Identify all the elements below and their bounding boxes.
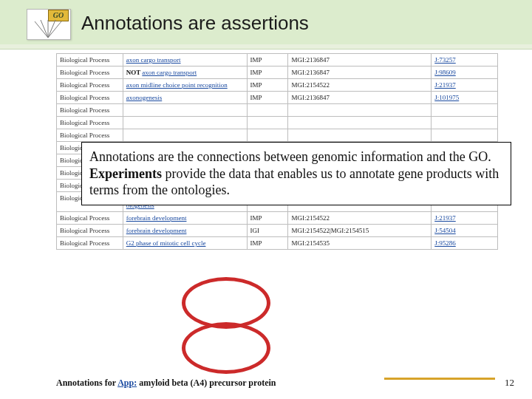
evidence-code-cell: IMP bbox=[247, 54, 288, 66]
term-cell: axonogenesis bbox=[123, 92, 247, 104]
svg-line-1 bbox=[41, 20, 48, 38]
term-cell: axon cargo transport bbox=[123, 54, 247, 66]
evidence-cell: MGI:2154522|MGI:2154515 bbox=[288, 225, 432, 237]
evidence-cell: MGI:2154522 bbox=[288, 212, 432, 225]
caption-prefix: Annotations for bbox=[56, 378, 117, 388]
callout-box: Annotations are the connections between … bbox=[81, 142, 511, 205]
term-link[interactable]: forebrain development bbox=[126, 214, 187, 222]
ref-link[interactable]: J:21937 bbox=[434, 81, 456, 89]
ref-link[interactable]: J:73257 bbox=[434, 56, 456, 64]
ref-cell: J:21937 bbox=[432, 212, 498, 225]
go-logo: GO bbox=[27, 9, 71, 40]
table-row: Biological Processforebrain developmentI… bbox=[57, 212, 498, 225]
term-cell bbox=[123, 117, 247, 129]
evidence-cell: MGI:2136847 bbox=[288, 92, 432, 104]
term-link[interactable]: axonogenesis bbox=[126, 94, 163, 101]
evidence-cell: MGI:2136847 bbox=[288, 66, 432, 79]
table-row: Biological Processforebrain developmentI… bbox=[57, 225, 498, 237]
ref-cell: J:54504 bbox=[432, 225, 498, 237]
highlight-circle bbox=[182, 277, 270, 329]
table-row: Biological ProcessG2 phase of mitotic ce… bbox=[57, 237, 498, 250]
ref-cell bbox=[432, 117, 498, 129]
table-row: Biological Processaxon cargo transportIM… bbox=[57, 54, 498, 66]
category-cell: Biological Process bbox=[57, 66, 123, 79]
category-cell: Biological Process bbox=[57, 92, 123, 104]
term-link[interactable]: G2 phase of mitotic cell cycle bbox=[126, 239, 206, 247]
table-row: Biological Processaxon midline choice po… bbox=[57, 79, 498, 92]
evidence-cell bbox=[288, 129, 432, 142]
evidence-cell: MGI:2136847 bbox=[288, 54, 432, 66]
evidence-code-cell bbox=[247, 104, 288, 117]
ref-cell: J:98609 bbox=[432, 66, 498, 79]
evidence-cell bbox=[288, 117, 432, 129]
evidence-code-cell bbox=[247, 129, 288, 142]
term-cell: axon midline choice point recognition bbox=[123, 79, 247, 92]
footer-accent bbox=[384, 378, 495, 380]
evidence-code-cell bbox=[247, 117, 288, 129]
term-link[interactable]: axon cargo transport bbox=[142, 69, 197, 76]
evidence-cell bbox=[288, 104, 432, 117]
term-cell: NOT axon cargo transport bbox=[123, 66, 247, 79]
category-cell: Biological Process bbox=[57, 104, 123, 117]
caption-rest: amyloid beta (A4) precursor protein bbox=[137, 378, 276, 388]
category-cell: Biological Process bbox=[57, 54, 123, 66]
term-link[interactable]: axon midline choice point recognition bbox=[126, 81, 228, 89]
ref-link[interactable]: J:101975 bbox=[434, 94, 459, 101]
ref-cell bbox=[432, 104, 498, 117]
ref-cell: J:101975 bbox=[432, 92, 498, 104]
term-link[interactable]: forebrain development bbox=[126, 227, 187, 234]
term-cell bbox=[123, 129, 247, 142]
category-cell: Biological Process bbox=[57, 129, 123, 142]
table-row: Biological Process bbox=[57, 117, 498, 129]
highlight-circle bbox=[182, 322, 270, 374]
term-cell: forebrain development bbox=[123, 212, 247, 225]
evidence-code-cell: IMP bbox=[247, 237, 288, 250]
ref-link[interactable]: J:21937 bbox=[434, 214, 456, 222]
term-cell: G2 phase of mitotic cell cycle bbox=[123, 237, 247, 250]
evidence-code-cell: IMP bbox=[247, 212, 288, 225]
callout-text-1: Annotations are the connections between … bbox=[89, 149, 491, 164]
category-cell: Biological Process bbox=[57, 237, 123, 250]
term-cell: forebrain development bbox=[123, 225, 247, 237]
evidence-code-cell: IMP bbox=[247, 92, 288, 104]
ref-cell: J:95286 bbox=[432, 237, 498, 250]
table-row: Biological ProcessaxonogenesisIMPMGI:213… bbox=[57, 92, 498, 104]
ref-cell: J:21937 bbox=[432, 79, 498, 92]
evidence-code-cell: IMP bbox=[247, 79, 288, 92]
caption-link[interactable]: App: bbox=[117, 378, 137, 388]
ref-cell: J:73257 bbox=[432, 54, 498, 66]
callout-bold: Experiments bbox=[89, 166, 162, 181]
page-number: 12 bbox=[505, 377, 514, 389]
category-cell: Biological Process bbox=[57, 79, 123, 92]
evidence-code-cell: IGI bbox=[247, 225, 288, 237]
svg-line-3 bbox=[48, 20, 55, 38]
header-accent bbox=[0, 44, 532, 49]
ref-link[interactable]: J:98609 bbox=[434, 69, 456, 76]
table-row: Biological Process bbox=[57, 104, 498, 117]
ref-cell bbox=[432, 129, 498, 142]
term-link[interactable]: axon cargo transport bbox=[126, 56, 181, 64]
caption: Annotations for App: amyloid beta (A4) p… bbox=[56, 378, 276, 389]
term-cell bbox=[123, 104, 247, 117]
svg-line-4 bbox=[48, 21, 61, 38]
category-cell: Biological Process bbox=[57, 225, 123, 237]
table-row: Biological ProcessNOT axon cargo transpo… bbox=[57, 66, 498, 79]
evidence-cell: MGI:2154522 bbox=[288, 79, 432, 92]
ref-link[interactable]: J:95286 bbox=[434, 239, 456, 247]
evidence-cell: MGI:2154535 bbox=[288, 237, 432, 250]
category-cell: Biological Process bbox=[57, 117, 123, 129]
svg-line-0 bbox=[35, 21, 48, 38]
table-row: Biological Process bbox=[57, 129, 498, 142]
slide-title: Annotations are assertions bbox=[81, 12, 309, 35]
evidence-code-cell: IMP bbox=[247, 66, 288, 79]
logo-tree-icon bbox=[32, 20, 64, 38]
ref-link[interactable]: J:54504 bbox=[434, 227, 456, 234]
category-cell: Biological Process bbox=[57, 212, 123, 225]
